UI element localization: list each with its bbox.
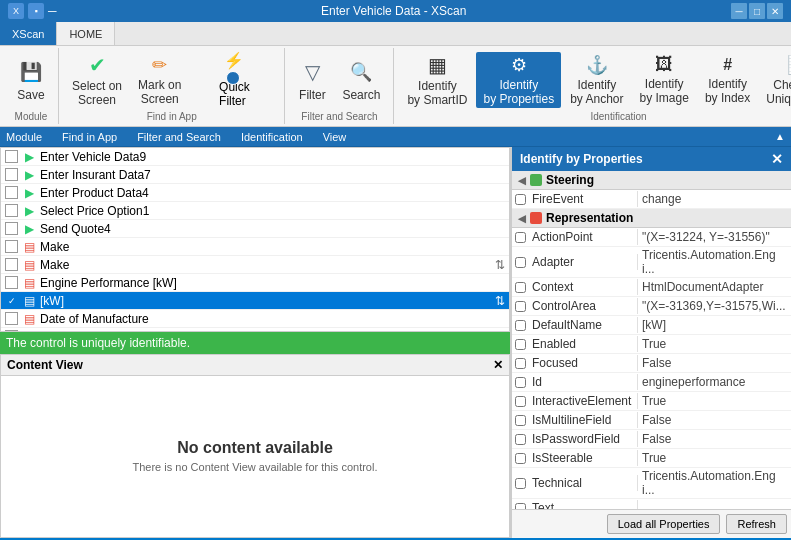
tree-item-9[interactable]: ▤ Date of Manufacture xyxy=(1,310,509,328)
checkbox-defaultname[interactable] xyxy=(512,316,528,334)
enabled-name: Enabled xyxy=(528,336,638,352)
checkbox-fireevent-input[interactable] xyxy=(515,194,526,205)
tree-item-0[interactable]: ▶ Enter Vehicle Data9 xyxy=(1,148,509,166)
ribbon-tabs: XScan HOME xyxy=(0,22,791,46)
quick-filter-slider[interactable]: ⚡ QuickFilter xyxy=(190,52,278,108)
checkbox-interactiveelement[interactable] xyxy=(512,392,528,410)
properties-title: Identify by Properties xyxy=(520,152,643,166)
identify-image-button[interactable]: 🖼 Identifyby Image xyxy=(633,52,696,108)
module-sections: Module Find in App Filter and Search Ide… xyxy=(6,131,346,143)
section-representation[interactable]: ◀ Representation xyxy=(512,209,791,228)
props-row-issteerable: IsSteerable True xyxy=(512,449,791,468)
tab-home[interactable]: HOME xyxy=(57,22,115,45)
checkbox-0[interactable] xyxy=(5,150,18,163)
tree-item-4[interactable]: ▶ Send Quote4 xyxy=(1,220,509,238)
checkbox-2[interactable] xyxy=(5,186,18,199)
checkbox-controlarea[interactable] xyxy=(512,297,528,315)
enabled-value: True xyxy=(638,336,791,352)
tree-item-1[interactable]: ▶ Enter Insurant Data7 xyxy=(1,166,509,184)
checkbox-5[interactable] xyxy=(5,240,18,253)
search-button[interactable]: 🔍 Search xyxy=(335,52,387,108)
refresh-button[interactable]: Refresh xyxy=(726,514,787,534)
collapse-ribbon-button[interactable]: ▲ xyxy=(775,131,785,142)
close-button[interactable]: ✕ xyxy=(767,3,783,19)
checkbox-7[interactable] xyxy=(5,276,18,289)
checkbox-enabled[interactable] xyxy=(512,335,528,353)
adapter-name: Adapter xyxy=(528,254,638,270)
tree-container[interactable]: ▶ Enter Vehicle Data9 ▶ Enter Insurant D… xyxy=(0,147,510,332)
context-value: HtmlDocumentAdapter xyxy=(638,279,791,295)
checkbox-ismultilinefield[interactable] xyxy=(512,411,528,429)
content-view-header: Content View ✕ xyxy=(1,355,509,376)
save-button[interactable]: 💾 Save xyxy=(10,52,52,108)
checkbox-4[interactable] xyxy=(5,222,18,235)
window-controls[interactable]: ─ □ ✕ xyxy=(731,3,783,19)
maximize-button[interactable]: □ xyxy=(749,3,765,19)
interactiveelement-value: True xyxy=(638,393,791,409)
content-view-title: Content View xyxy=(7,358,83,372)
anchor-icon: ⚓ xyxy=(583,54,611,76)
identify-smartid-button[interactable]: ▦ Identifyby SmartID xyxy=(400,52,474,108)
lightning-icon: ⚡ xyxy=(220,51,248,70)
identify-properties-button[interactable]: ⚙ Identifyby Properties xyxy=(476,52,561,108)
issteerable-name: IsSteerable xyxy=(528,450,638,466)
tab-xscan[interactable]: XScan xyxy=(0,22,57,45)
checkbox-technical[interactable] xyxy=(512,474,528,492)
checkbox-fireevent[interactable] xyxy=(512,190,528,208)
mark-on-screen-button[interactable]: ✏ Mark onScreen xyxy=(131,52,188,108)
minimize-button[interactable]: ─ xyxy=(731,3,747,19)
section-steering[interactable]: ◀ Steering xyxy=(512,171,791,190)
checkbox-context[interactable] xyxy=(512,278,528,296)
tree-item-3[interactable]: ▶ Select Price Option1 xyxy=(1,202,509,220)
identify-index-button[interactable]: # Identifyby Index xyxy=(698,52,757,108)
context-name: Context xyxy=(528,279,638,295)
checkbox-ispasswordfield[interactable] xyxy=(512,430,528,448)
icon-8: ▤ xyxy=(21,294,37,308)
fireevent-value: change xyxy=(638,191,791,207)
props-row-technical: Technical Tricentis.Automation.Engi... xyxy=(512,468,791,499)
check-id-uniqueness-button[interactable]: 📊 Check IDUniqueness xyxy=(759,52,791,108)
tree-item-7[interactable]: ▤ Engine Performance [kW] xyxy=(1,274,509,292)
properties-body[interactable]: ◀ Steering FireEvent change ◀ Representa… xyxy=(512,171,791,509)
checkbox-adapter[interactable] xyxy=(512,253,528,271)
id-value: engineperformance xyxy=(638,374,791,390)
tree-item-8[interactable]: ✓ ▤ [kW] ⇅ xyxy=(1,292,509,310)
checkbox-8[interactable]: ✓ xyxy=(5,294,18,307)
tree-item-5[interactable]: ▤ Make xyxy=(1,238,509,256)
icon-5: ▤ xyxy=(21,240,37,254)
image-icon: 🖼 xyxy=(650,54,678,75)
content-view-close[interactable]: ✕ xyxy=(493,358,503,372)
checkbox-3[interactable] xyxy=(5,204,18,217)
smartid-icon: ▦ xyxy=(423,53,451,77)
identification-group-label: Identification xyxy=(590,111,646,122)
tree-item-6[interactable]: ▤ Make ⇅ xyxy=(1,256,509,274)
checkbox-id[interactable] xyxy=(512,373,528,391)
ribbon-group-findinapp: ✔ Select onScreen ✏ Mark onScreen ⚡ Quic… xyxy=(59,48,285,124)
checkbox-text[interactable] xyxy=(512,499,528,509)
icon-4: ▶ xyxy=(21,222,37,236)
uniqueness-icon: 📊 xyxy=(784,54,791,76)
module-section-identification: Identification xyxy=(241,131,303,143)
expand-steering-icon: ◀ xyxy=(518,175,526,186)
checkbox-actionpoint[interactable] xyxy=(512,228,528,246)
app-icon: X xyxy=(8,3,24,19)
representation-color-box xyxy=(530,212,542,224)
checkbox-issteerable[interactable] xyxy=(512,449,528,467)
module-section-filtersearch: Filter and Search xyxy=(137,131,221,143)
properties-close-button[interactable]: ✕ xyxy=(771,151,783,167)
title-bar-dash: ─ xyxy=(48,4,57,18)
filter-button[interactable]: ▽ Filter xyxy=(291,52,333,108)
select-on-screen-button[interactable]: ✔ Select onScreen xyxy=(65,52,129,108)
id-name: Id xyxy=(528,374,638,390)
checkbox-focused[interactable] xyxy=(512,354,528,372)
checkbox-1[interactable] xyxy=(5,168,18,181)
ismultilinefield-value: False xyxy=(638,412,791,428)
identify-anchor-button[interactable]: ⚓ Identifyby Anchor xyxy=(563,52,630,108)
checkbox-9[interactable] xyxy=(5,312,18,325)
props-row-text: Text xyxy=(512,499,791,509)
fireevent-name: FireEvent xyxy=(528,191,638,207)
checkbox-6[interactable] xyxy=(5,258,18,271)
title-bar: X ▪ ─ Enter Vehicle Data - XScan ─ □ ✕ xyxy=(0,0,791,22)
load-all-properties-button[interactable]: Load all Properties xyxy=(607,514,721,534)
tree-item-2[interactable]: ▶ Enter Product Data4 xyxy=(1,184,509,202)
